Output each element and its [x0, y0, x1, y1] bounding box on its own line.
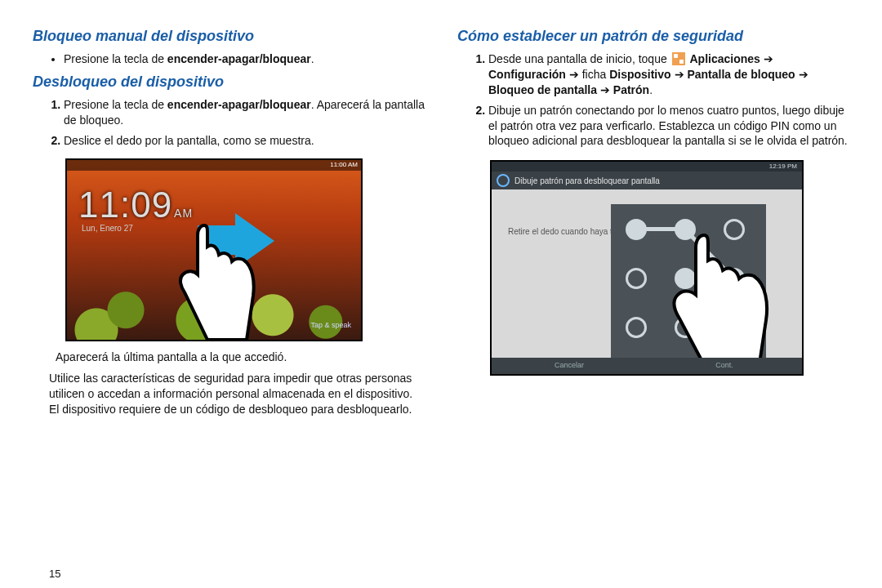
heading-lock-device: Bloqueo manual del dispositivo: [33, 28, 425, 45]
arrow-icon: ➔: [600, 83, 613, 96]
pattern-dot: [626, 219, 647, 240]
arrow-icon: ➔: [675, 68, 688, 81]
text-bold: Patrón: [613, 83, 649, 96]
unlock-step-2: Deslice el dedo por la pantalla, como se…: [64, 133, 425, 149]
unlock-after-text-1: Aparecerá la última pantalla a la que ac…: [56, 350, 425, 365]
text-bold: encender-apagar/bloquear: [167, 52, 311, 65]
lockscreen-illustration: 11:00 AM 11:09AM Lun, Enero 27 Tap & spe…: [65, 158, 363, 341]
pattern-cancel-label: Cancelar: [492, 358, 647, 374]
pattern-illustration: 12:19 PM Dibuje patrón para desbloquear …: [490, 160, 804, 376]
heading-set-pattern: Cómo establecer un patrón de seguridad: [457, 28, 849, 45]
text-bold: Pantalla de bloqueo: [687, 68, 795, 81]
unlock-after-text-2: Utilice las características de seguridad…: [49, 371, 425, 417]
text: Deslice el dedo por la pantalla, como se…: [64, 134, 314, 147]
text-bold: Aplicaciones: [690, 52, 760, 65]
pattern-step-2: Dibuje un patrón conectando por lo menos…: [488, 103, 849, 149]
clock-time: 11:09: [78, 185, 172, 225]
text-bold: Configuración: [488, 68, 566, 81]
hand-pointer-icon: [165, 217, 263, 341]
heading-unlock-device: Desbloqueo del dispositivo: [33, 74, 425, 91]
lockscreen-date: Lun, Enero 27: [82, 224, 133, 233]
lock-bullet-item: Presione la tecla de encender-apagar/blo…: [64, 51, 425, 67]
apps-grid-icon: [672, 52, 685, 65]
pattern-dot: [626, 268, 647, 289]
unlock-steps: Presione la tecla de encender-apagar/blo…: [49, 97, 425, 149]
pattern-button-bar: Cancelar Cont.: [492, 358, 802, 374]
text-bold: Dispositivo: [609, 68, 670, 81]
text: Dibuje un patrón conectando por lo menos…: [488, 104, 848, 148]
text-bold: Bloqueo de pantalla: [488, 83, 597, 96]
text: Presione la tecla de: [64, 52, 167, 65]
unlock-step-1: Presione la tecla de encender-apagar/blo…: [64, 97, 425, 128]
arrow-icon: ➔: [799, 68, 808, 81]
text-bold: encender-apagar/bloquear: [167, 98, 311, 111]
pattern-title: Dibuje patrón para desbloquear pantalla: [514, 176, 660, 185]
gear-icon: [497, 174, 510, 187]
pattern-steps: Desde una pantalla de inicio, toque Apli…: [474, 51, 849, 149]
hand-pointer-icon: [655, 225, 777, 376]
lock-bullet-list: Presione la tecla de encender-apagar/blo…: [49, 51, 425, 67]
text: Desde una pantalla de inicio, toque: [488, 52, 670, 65]
arrow-icon: ➔: [764, 52, 773, 65]
pattern-titlebar: Dibuje patrón para desbloquear pantalla: [492, 172, 802, 189]
text: Presione la tecla de: [64, 98, 167, 111]
lockscreen-statusbar: 11:00 AM: [67, 160, 361, 171]
lockscreen-shortcut: Tap & speak: [310, 321, 351, 330]
text: .: [311, 52, 314, 65]
text: ficha: [582, 68, 609, 81]
pattern-continue-label: Cont.: [647, 358, 802, 374]
pattern-dot: [626, 317, 647, 338]
arrow-icon: ➔: [569, 68, 579, 81]
pattern-step-1: Desde una pantalla de inicio, toque Apli…: [488, 51, 849, 98]
page-number: 15: [49, 568, 60, 580]
